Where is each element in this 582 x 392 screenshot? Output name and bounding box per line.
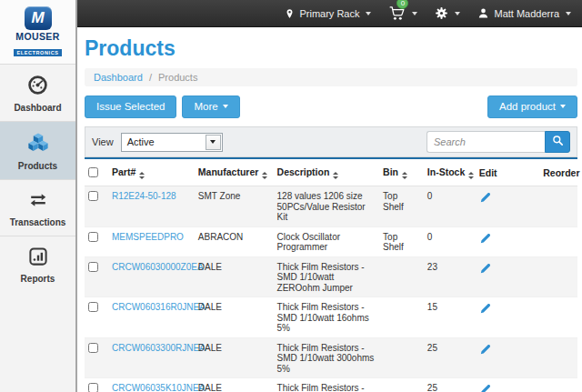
column-header-edit: Edit <box>476 159 539 186</box>
row-checkbox[interactable] <box>88 302 98 312</box>
transactions-icon <box>27 190 49 212</box>
manufacturer-cell: ABRACON <box>195 226 274 256</box>
bin-cell <box>379 256 424 297</box>
edit-cell <box>476 337 539 378</box>
edit-pencil-icon[interactable] <box>479 343 492 358</box>
location-label: Primary Rack <box>299 8 359 19</box>
row-checkbox[interactable] <box>88 191 98 201</box>
part-link[interactable]: MEMSPEEDPRO <box>112 232 184 242</box>
sort-icon <box>333 172 338 179</box>
table-body: R12E24-50-128SMT Zone128 values 1206 siz… <box>85 186 577 392</box>
row-select-cell <box>85 226 108 256</box>
products-icon <box>26 132 50 154</box>
brand-tagline: ELECTRONICS <box>14 49 61 56</box>
user-menu[interactable]: Matt Madderra <box>477 7 571 19</box>
description-cell: 128 values 1206 size 50PCs/Value Resisto… <box>274 186 380 227</box>
breadcrumb: Dashboard / Products <box>85 68 577 86</box>
edit-cell <box>476 186 539 227</box>
bin-cell <box>379 378 424 392</box>
brand-logo[interactable]: M MOUSER ELECTRONICS <box>0 0 75 64</box>
reorder-cell <box>539 337 577 378</box>
sort-icon <box>468 172 474 179</box>
add-product-button[interactable]: Add product <box>487 95 577 118</box>
gear-icon <box>435 6 448 20</box>
sidebar-item-label: Reports <box>0 274 75 284</box>
table-row: MEMSPEEDPROABRACONClock Oscillator Progr… <box>85 226 577 256</box>
reorder-cell <box>539 226 577 256</box>
sidebar-menu: DashboardProductsTransactionsReports <box>0 64 75 292</box>
edit-pencil-icon[interactable] <box>479 232 492 247</box>
view-select-value: Active <box>127 136 155 147</box>
dashboard-icon <box>27 75 48 96</box>
chevron-down-icon <box>566 12 571 15</box>
edit-pencil-icon[interactable] <box>479 191 492 206</box>
column-header-bin[interactable]: Bin <box>379 159 424 186</box>
part-cell: CRCW060316R0JNEA <box>108 297 195 338</box>
in-stock-cell: 25 <box>424 337 476 378</box>
select-all-checkbox[interactable] <box>88 167 98 177</box>
view-label: View <box>92 136 114 147</box>
search-icon <box>552 135 564 149</box>
sidebar-item-products[interactable]: Products <box>0 121 75 179</box>
search-group <box>426 131 570 153</box>
chevron-down-icon <box>560 105 566 108</box>
edit-cell <box>476 226 539 256</box>
column-header-instock[interactable]: In-Stock <box>424 159 476 186</box>
column-header-description[interactable]: Description <box>274 159 380 186</box>
reorder-cell <box>539 378 577 392</box>
search-input[interactable] <box>426 131 545 153</box>
main-content: Products Dashboard / Products Issue Sele… <box>77 27 582 392</box>
location-pin-icon <box>285 7 295 20</box>
row-checkbox[interactable] <box>88 383 98 392</box>
filter-bar: View Active <box>85 126 577 157</box>
part-link[interactable]: CRCW06035K10JNEA <box>112 383 205 392</box>
search-button[interactable] <box>545 131 570 153</box>
row-select-cell <box>85 186 108 227</box>
column-header-part[interactable]: Part# <box>108 159 195 186</box>
column-header-manufacturer[interactable]: Manufacturer <box>195 159 274 186</box>
part-link[interactable]: CRCW0603300RJNEA <box>112 343 206 353</box>
view-select[interactable]: Active <box>121 133 223 152</box>
description-cell: Thick Film Resistors - SMD 1/10watt ZERO… <box>274 256 380 297</box>
chevron-down-icon <box>412 12 417 15</box>
description-cell: Thick Film Resistors - SMD 1/10watt 16oh… <box>274 297 380 338</box>
issue-selected-button[interactable]: Issue Selected <box>85 95 176 118</box>
page-title: Products <box>85 36 577 60</box>
description-cell: Thick Film Resistors - SMD 1/10watt 5.1K… <box>274 378 380 392</box>
table-row: CRCW06030000Z0EADALEThick Film Resistors… <box>85 256 577 297</box>
row-checkbox[interactable] <box>88 343 98 353</box>
sidebar-item-reports[interactable]: Reports <box>0 236 75 292</box>
table-row: CRCW0603300RJNEADALEThick Film Resistors… <box>85 337 577 378</box>
settings-menu[interactable] <box>435 6 460 20</box>
edit-pencil-icon[interactable] <box>479 262 492 277</box>
reorder-cell <box>539 297 577 338</box>
more-button[interactable]: More <box>182 95 239 118</box>
chevron-down-icon <box>366 12 371 15</box>
sidebar-item-transactions[interactable]: Transactions <box>0 179 75 236</box>
row-checkbox[interactable] <box>88 262 98 272</box>
part-cell: CRCW06035K10JNEA <box>108 378 195 392</box>
app-window: M MOUSER ELECTRONICS DashboardProductsTr… <box>0 0 582 392</box>
sidebar-item-label: Dashboard <box>0 103 75 113</box>
part-cell: CRCW0603300RJNEA <box>108 337 195 378</box>
part-link[interactable]: CRCW060316R0JNEA <box>112 302 206 312</box>
edit-pencil-icon[interactable] <box>479 302 492 317</box>
breadcrumb-current: Products <box>158 72 197 83</box>
sidebar-item-label: Products <box>0 161 75 171</box>
mouser-logo-icon: M <box>25 6 52 30</box>
sidebar-item-dashboard[interactable]: Dashboard <box>0 64 75 121</box>
row-checkbox[interactable] <box>88 232 98 242</box>
row-select-cell <box>85 297 108 338</box>
location-menu[interactable]: Primary Rack <box>285 7 371 20</box>
cart-menu[interactable]: 0 <box>388 5 417 21</box>
reports-icon <box>28 246 48 268</box>
user-name: Matt Madderra <box>494 8 559 19</box>
part-cell: MEMSPEEDPRO <box>108 226 195 256</box>
edit-pencil-icon[interactable] <box>479 383 492 392</box>
breadcrumb-dashboard-link[interactable]: Dashboard <box>94 72 143 83</box>
part-link[interactable]: R12E24-50-128 <box>112 191 176 201</box>
cart-count-badge: 0 <box>396 0 408 9</box>
column-header-reorder: Reorder <box>539 159 577 186</box>
sidebar-item-label: Transactions <box>0 217 75 227</box>
part-link[interactable]: CRCW06030000Z0EA <box>112 262 204 272</box>
